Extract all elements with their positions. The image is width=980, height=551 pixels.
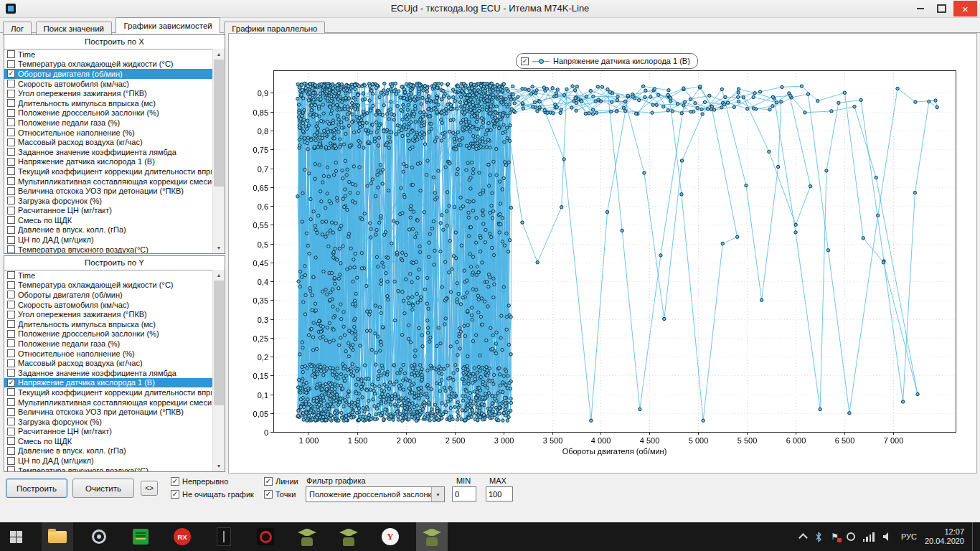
- param-checkbox[interactable]: [7, 428, 15, 435]
- param-checkbox[interactable]: [7, 418, 15, 425]
- clock[interactable]: 12:07 20.04.2020: [925, 527, 964, 546]
- param-checkbox[interactable]: [7, 148, 15, 156]
- param-checkbox[interactable]: [7, 236, 15, 244]
- checkbox-icon[interactable]: ✓: [171, 490, 179, 499]
- scroll-up-icon[interactable]: ▲: [213, 270, 225, 281]
- param-checkbox[interactable]: [7, 388, 15, 396]
- param-row[interactable]: Time: [4, 50, 225, 60]
- clear-button[interactable]: Очистить: [72, 479, 134, 498]
- tab-dependency-graphs[interactable]: Графики зависимостей: [116, 17, 220, 33]
- param-checkbox[interactable]: [7, 187, 15, 195]
- param-checkbox[interactable]: [7, 80, 15, 88]
- param-row[interactable]: Относительное наполнение (%): [4, 349, 225, 359]
- param-checkbox[interactable]: [7, 349, 15, 357]
- param-checkbox[interactable]: [7, 118, 15, 126]
- param-checkbox[interactable]: [7, 158, 15, 166]
- param-row[interactable]: Расчитанное ЦН (мг/такт): [4, 206, 225, 216]
- param-row[interactable]: Температура впускного воздуха(°C): [4, 245, 225, 253]
- param-checkbox[interactable]: [7, 99, 15, 107]
- param-row[interactable]: Величина отскока УОЗ при детонации (°ПКВ…: [4, 407, 225, 417]
- taskbar-item-explorer[interactable]: [42, 522, 73, 551]
- param-row[interactable]: Давление в впуск. колл. (гПа): [4, 446, 225, 456]
- network-signal-icon[interactable]: [863, 532, 875, 542]
- max-input[interactable]: [486, 486, 513, 501]
- scroll-down-icon[interactable]: ▼: [213, 242, 225, 253]
- x-list-scrollbar[interactable]: ▲ ▼: [212, 49, 225, 253]
- param-checkbox[interactable]: [7, 226, 15, 234]
- maximize-button[interactable]: [932, 1, 951, 17]
- checkbox-icon[interactable]: ✓: [171, 477, 179, 486]
- param-row[interactable]: Скорость автомобиля (км/час): [4, 79, 225, 89]
- taskbar-item-recorder[interactable]: [250, 522, 281, 551]
- param-checkbox[interactable]: [7, 359, 15, 367]
- param-checkbox[interactable]: [7, 466, 15, 471]
- sync-icon[interactable]: [847, 532, 855, 541]
- chevron-down-icon[interactable]: ▼: [431, 487, 444, 501]
- param-row[interactable]: Положение дроссельной заслонки (%): [4, 329, 225, 339]
- param-row[interactable]: Загрузка форсунок (%): [4, 196, 225, 206]
- param-checkbox[interactable]: [7, 281, 15, 289]
- param-checkbox[interactable]: [7, 60, 15, 68]
- param-row[interactable]: ЦН по ДАД (мг/цикл): [4, 235, 225, 245]
- param-checkbox[interactable]: [7, 50, 15, 58]
- param-checkbox[interactable]: [7, 128, 15, 136]
- show-desktop-button[interactable]: [972, 522, 976, 551]
- param-row[interactable]: Смесь по ЩДК: [4, 436, 225, 446]
- param-row[interactable]: Заданное значение коэффициента лямбда: [4, 147, 225, 157]
- param-row[interactable]: Текущий коэффициент коррекции длительнос…: [4, 387, 225, 397]
- taskbar-item-yoda-1[interactable]: [291, 522, 323, 551]
- param-row[interactable]: Давление в впуск. колл. (гПа): [4, 225, 225, 235]
- param-row[interactable]: Температура охлаждающей жидкости (°C): [4, 60, 225, 70]
- param-checkbox[interactable]: [7, 177, 15, 185]
- scroll-up-icon[interactable]: ▲: [213, 49, 225, 60]
- param-checkbox[interactable]: [7, 291, 15, 298]
- param-checkbox[interactable]: [7, 398, 15, 406]
- param-row[interactable]: Мультипликативная составляющая коррекции…: [4, 397, 225, 408]
- defender-flag-icon[interactable]: ⚑: [831, 532, 839, 541]
- taskbar-item-yoda-2[interactable]: [333, 522, 364, 551]
- scroll-thumb[interactable]: [214, 281, 224, 405]
- param-checkbox[interactable]: [7, 207, 15, 215]
- taskbar-item-diag-green[interactable]: [125, 522, 156, 551]
- checkbox-lines[interactable]: ✓ Линии: [264, 477, 298, 486]
- taskbar-item-wheel[interactable]: [83, 522, 115, 551]
- taskbar-item-dark-tool[interactable]: [208, 522, 240, 551]
- param-checkbox[interactable]: [7, 457, 15, 465]
- checkbox-icon[interactable]: ✓: [264, 490, 273, 499]
- param-checkbox[interactable]: [7, 447, 15, 455]
- filter-dropdown[interactable]: Положение дроссельной заслонки ▼: [306, 486, 445, 502]
- param-row[interactable]: Температура впускного воздуха(°C): [4, 466, 225, 471]
- param-row[interactable]: Массовый расход воздуха (кг/час): [4, 137, 225, 147]
- param-checkbox[interactable]: [7, 311, 15, 319]
- param-row[interactable]: Длительность импульса впрыска (мс): [4, 319, 225, 329]
- param-row[interactable]: Угол опережения зажигания (°ПКВ): [4, 309, 225, 319]
- param-row[interactable]: Относительное наполнение (%): [4, 128, 225, 138]
- param-checkbox[interactable]: [7, 197, 15, 204]
- param-row[interactable]: Положение педали газа (%): [4, 118, 225, 128]
- taskbar-item-rx[interactable]: RX: [166, 522, 198, 551]
- param-row[interactable]: Массовый расход воздуха (кг/час): [4, 358, 225, 368]
- param-row[interactable]: Обороты двигателя (об/мин): [4, 290, 225, 300]
- param-checkbox[interactable]: [7, 90, 15, 98]
- param-checkbox[interactable]: [7, 369, 15, 377]
- checkbox-points[interactable]: ✓ Точки: [264, 490, 296, 499]
- chart-legend[interactable]: ✓ Напряжение датчика кислорода 1 (В): [516, 53, 698, 69]
- param-row[interactable]: Заданное значение коэффициента лямбда: [4, 368, 225, 378]
- checkbox-continuous[interactable]: ✓ Непрерывно: [171, 477, 228, 486]
- param-checkbox[interactable]: [7, 109, 15, 117]
- param-row[interactable]: ЦН по ДАД (мг/цикл): [4, 456, 225, 466]
- param-row[interactable]: ✓Напряжение датчика кислорода 1 (В): [4, 378, 225, 388]
- language-indicator[interactable]: РУС: [901, 532, 917, 541]
- checkbox-dont-clear-graph[interactable]: ✓ Не очищать график: [171, 490, 254, 499]
- param-checkbox[interactable]: [7, 408, 15, 416]
- volume-icon[interactable]: [882, 532, 893, 542]
- checkbox-icon[interactable]: ✓: [264, 477, 273, 486]
- param-row[interactable]: Положение педали газа (%): [4, 339, 225, 349]
- param-checkbox[interactable]: [7, 138, 15, 146]
- param-checkbox[interactable]: [7, 437, 15, 445]
- param-checkbox[interactable]: [7, 271, 15, 279]
- param-checkbox[interactable]: [7, 330, 15, 338]
- scroll-thumb[interactable]: [214, 60, 224, 187]
- param-row[interactable]: Угол опережения зажигания (°ПКВ): [4, 88, 225, 98]
- param-row[interactable]: Длительность импульса впрыска (мс): [4, 98, 225, 108]
